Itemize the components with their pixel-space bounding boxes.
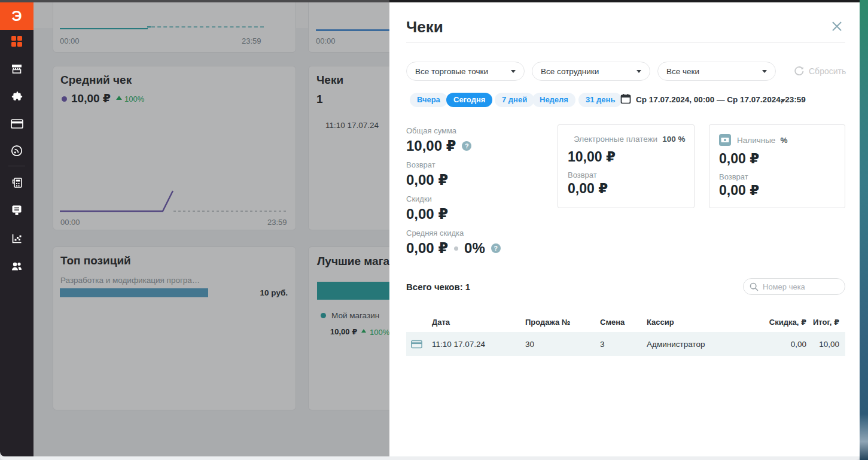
outlets-filter[interactable]: Все торговые точки bbox=[406, 62, 525, 81]
cash-payments-card: Наличные % 0,00 ₽ Возврат 0,00 ₽ bbox=[709, 124, 845, 208]
divider bbox=[406, 42, 845, 43]
window-bottom-edge bbox=[0, 456, 860, 460]
col-total: Итог, ₽ bbox=[806, 318, 839, 327]
period-yesterday[interactable]: Вчера bbox=[410, 93, 447, 107]
dot-separator bbox=[454, 246, 458, 251]
total-receipts: Всего чеков: 1 bbox=[406, 282, 470, 292]
chevron-down-icon[interactable] bbox=[781, 99, 785, 102]
sidebar-item-receipts[interactable] bbox=[0, 201, 33, 219]
stat-value: 0,00 ₽ 0% ? bbox=[406, 239, 556, 257]
payment-refund-label: Возврат bbox=[719, 172, 835, 181]
dashboard-grid-icon bbox=[11, 35, 23, 47]
payment-refund-value: 0,00 ₽ bbox=[719, 182, 835, 199]
receipt-search-input[interactable] bbox=[763, 282, 835, 291]
receipts-panel: Чеки Все торговые точки Все сотрудники В… bbox=[389, 2, 860, 456]
discount-value: 0,00 ₽ bbox=[406, 205, 448, 223]
app-window: 00:00 23:59 00:00 Средний чек 10,00 ₽ 10… bbox=[0, 0, 860, 460]
credit-card-icon bbox=[11, 119, 23, 129]
employees-filter-value: Все сотрудники bbox=[541, 67, 599, 76]
store-icon bbox=[11, 63, 23, 75]
sidebar: Э bbox=[0, 0, 33, 456]
stat-label: Средняя скидка bbox=[406, 229, 556, 238]
receipt-type-filter[interactable]: Все чеки bbox=[657, 62, 776, 81]
desktop-wallpaper bbox=[860, 0, 868, 460]
cell-shift: 3 bbox=[600, 340, 647, 349]
sidebar-item-network[interactable] bbox=[0, 142, 33, 160]
col-shift: Смена bbox=[600, 318, 647, 327]
search-icon bbox=[750, 282, 759, 291]
payment-label: Электронные платежи bbox=[574, 135, 657, 144]
col-sale-no: Продажа № bbox=[525, 318, 600, 327]
puzzle-icon bbox=[11, 90, 23, 103]
period-week[interactable]: Неделя bbox=[532, 93, 575, 107]
sidebar-item-analytics[interactable] bbox=[0, 230, 33, 248]
sidebar-item-store[interactable] bbox=[0, 60, 33, 78]
reset-filters-button[interactable]: Сбросить bbox=[794, 66, 846, 76]
employees-filter[interactable]: Все сотрудники bbox=[532, 62, 650, 81]
outlets-filter-value: Все торговые точки bbox=[415, 67, 488, 76]
payment-share: % bbox=[780, 136, 787, 145]
chevron-down-icon bbox=[511, 70, 516, 73]
reset-label: Сбросить bbox=[809, 66, 846, 76]
stat-value: 0,00 ₽ bbox=[406, 171, 556, 189]
payment-refund-value: 0,00 ₽ bbox=[568, 181, 684, 197]
payment-value: 10,00 ₽ bbox=[568, 149, 684, 165]
total-sum-value: 10,00 ₽ bbox=[406, 137, 456, 155]
avg-discount-percent: 0% bbox=[464, 239, 485, 257]
receipt-type-filter-value: Все чеки bbox=[666, 67, 699, 76]
sidebar-item-payments[interactable] bbox=[0, 115, 33, 133]
stat-value: 10,00 ₽ ? bbox=[406, 137, 556, 155]
cash-register-icon bbox=[11, 176, 23, 189]
stat-value: 0,00 ₽ bbox=[406, 205, 556, 223]
card-payment-icon bbox=[411, 340, 432, 349]
col-date: Дата bbox=[432, 318, 525, 327]
panel-title: Чеки bbox=[406, 18, 443, 36]
close-icon[interactable] bbox=[831, 20, 844, 33]
help-icon[interactable]: ? bbox=[491, 243, 501, 253]
payment-value: 0,00 ₽ bbox=[719, 151, 835, 167]
payment-share: 100 % bbox=[662, 135, 685, 144]
evotor-logo[interactable]: Э bbox=[0, 2, 33, 30]
col-discount: Скидка, ₽ bbox=[753, 318, 806, 327]
period-7days[interactable]: 7 дней bbox=[495, 93, 534, 107]
cell-date: 11:10 17.07.24 bbox=[432, 340, 525, 349]
cell-total: 10,00 bbox=[806, 340, 839, 349]
cell-discount: 0,00 bbox=[753, 340, 806, 349]
electronic-payments-card: Электронные платежи 100 % 10,00 ₽ Возвра… bbox=[558, 124, 695, 208]
staff-people-icon bbox=[10, 260, 23, 272]
payment-refund-label: Возврат bbox=[568, 170, 684, 179]
stat-label: Общая сумма bbox=[406, 126, 556, 136]
stat-label: Возврат bbox=[406, 160, 556, 170]
period-31days[interactable]: 31 день bbox=[578, 93, 622, 107]
calendar-icon[interactable] bbox=[620, 93, 631, 106]
sidebar-item-staff[interactable] bbox=[0, 257, 33, 275]
table-header: Дата Продажа № Смена Кассир Скидка, ₽ Ит… bbox=[406, 315, 845, 328]
help-icon[interactable]: ? bbox=[462, 141, 471, 151]
rss-circle-icon bbox=[11, 145, 23, 157]
stats-summary: Общая сумма 10,00 ₽ ? Возврат 0,00 ₽ Ски… bbox=[406, 126, 556, 263]
table-row[interactable]: 11:10 17.07.24 30 3 Администратор 0,00 1… bbox=[406, 332, 845, 356]
analytics-chart-icon bbox=[11, 233, 23, 245]
modal-dim-overlay bbox=[33, 2, 389, 456]
col-cashier: Кассир bbox=[647, 318, 753, 327]
cell-sale-no: 30 bbox=[525, 340, 600, 349]
cell-cashier: Администратор bbox=[647, 340, 753, 349]
receipts-table: Дата Продажа № Смена Кассир Скидка, ₽ Ит… bbox=[406, 315, 845, 356]
sidebar-divider bbox=[8, 166, 25, 166]
refund-value: 0,00 ₽ bbox=[406, 171, 448, 189]
sidebar-item-integrations[interactable] bbox=[0, 87, 33, 105]
sidebar-item-terminal[interactable] bbox=[0, 173, 33, 191]
payment-label: Наличные bbox=[737, 136, 775, 145]
stat-label: Скидки bbox=[406, 194, 556, 204]
receipt-search bbox=[743, 278, 845, 295]
cash-icon bbox=[719, 134, 731, 146]
window-top-edge bbox=[0, 0, 389, 2]
receipt-display-icon bbox=[11, 204, 23, 216]
sidebar-item-dashboard[interactable] bbox=[0, 32, 33, 50]
reset-icon bbox=[794, 66, 804, 76]
avg-discount-value: 0,00 ₽ bbox=[406, 239, 448, 257]
period-today[interactable]: Сегодня bbox=[446, 93, 492, 107]
chevron-down-icon bbox=[636, 70, 641, 73]
panel-top-edge bbox=[389, 0, 860, 2]
chevron-down-icon bbox=[762, 70, 767, 73]
